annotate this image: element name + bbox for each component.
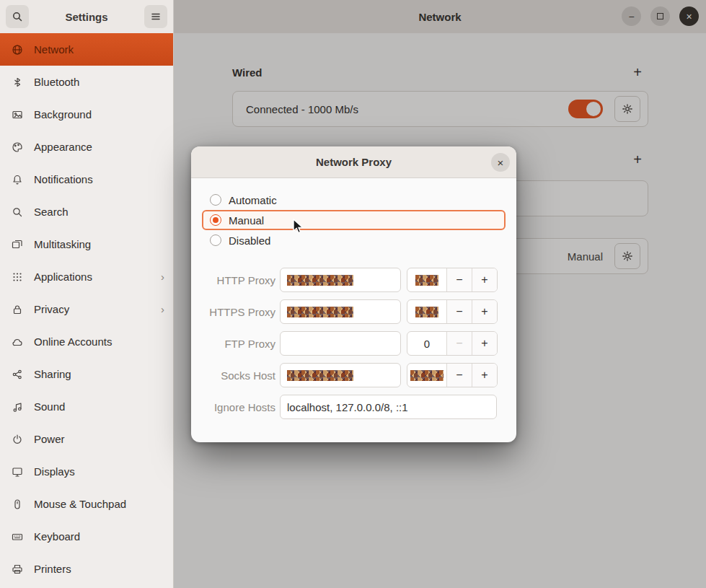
- radio-label: Disabled: [229, 234, 270, 247]
- keyboard-icon: [12, 531, 25, 543]
- sidebar-item-label: Mouse & Touchpad: [34, 498, 126, 510]
- socks-host-row: Socks Host − +: [208, 363, 499, 387]
- app-grid-icon: [12, 271, 25, 283]
- cloud-icon: [12, 336, 25, 348]
- sidebar-header: Settings: [0, 0, 173, 33]
- windows-icon: [12, 239, 25, 250]
- sidebar-item-online-accounts[interactable]: Online Accounts: [0, 325, 173, 358]
- network-proxy-dialog: Network Proxy × Automatic Manual Disable…: [191, 146, 516, 442]
- sidebar-item-sharing[interactable]: Sharing: [0, 358, 173, 390]
- search-icon: [12, 206, 25, 218]
- dialog-header: Network Proxy ×: [191, 146, 516, 178]
- redacted-port-value: [415, 307, 438, 317]
- settings-window: Settings Network Bluetooth: [0, 0, 706, 588]
- sidebar-item-label: Power: [34, 433, 65, 445]
- https-proxy-input[interactable]: [280, 299, 401, 324]
- http-port-minus-button[interactable]: −: [446, 268, 472, 291]
- sidebar-item-search[interactable]: Search: [0, 196, 173, 228]
- sidebar-item-privacy[interactable]: Privacy ›: [0, 293, 173, 325]
- field-label: HTTP Proxy: [208, 274, 275, 286]
- ftp-proxy-input[interactable]: [280, 331, 401, 356]
- chevron-right-icon: ›: [161, 271, 164, 283]
- mouse-icon: [12, 499, 25, 510]
- ignore-hosts-value: localhost, 127.0.0.0/8, ::1: [287, 401, 408, 413]
- sidebar-item-printers[interactable]: Printers: [0, 553, 173, 585]
- ftp-port-plus-button[interactable]: +: [472, 332, 497, 355]
- sidebar-item-label: Appearance: [34, 141, 92, 153]
- sidebar-item-label: Privacy: [34, 303, 69, 315]
- sidebar-item-mouse-touchpad[interactable]: Mouse & Touchpad: [0, 488, 173, 520]
- redacted-host-value: [287, 307, 353, 317]
- sidebar-item-label: Sharing: [34, 368, 71, 380]
- hamburger-icon: [150, 11, 162, 22]
- redacted-port-value: [415, 275, 438, 286]
- radio-label: Manual: [229, 214, 264, 227]
- http-proxy-input[interactable]: [280, 268, 401, 292]
- radio-icon: [210, 234, 221, 246]
- sidebar-item-label: Search: [34, 206, 69, 218]
- sidebar-item-label: Applications: [34, 271, 92, 283]
- ignore-hosts-input[interactable]: localhost, 127.0.0.0/8, ::1: [280, 395, 497, 419]
- sidebar-item-label: Keyboard: [34, 530, 80, 543]
- https-proxy-row: HTTPS Proxy − +: [208, 299, 499, 324]
- radio-row-disabled[interactable]: Disabled: [202, 230, 506, 250]
- sidebar-item-background[interactable]: Background: [0, 98, 173, 131]
- http-port-plus-button[interactable]: +: [472, 268, 497, 291]
- https-port-stepper: − +: [407, 299, 498, 324]
- sidebar-item-displays[interactable]: Displays: [0, 455, 173, 488]
- power-icon: [12, 434, 25, 445]
- https-port-minus-button[interactable]: −: [446, 300, 472, 323]
- search-icon: [12, 11, 23, 22]
- ftp-port-value[interactable]: 0: [407, 332, 446, 355]
- sidebar-list: Network Bluetooth Background Appearance: [0, 33, 173, 585]
- ftp-proxy-row: FTP Proxy 0 − +: [208, 331, 499, 356]
- http-port-stepper: − +: [407, 268, 498, 292]
- socks-port-plus-button[interactable]: +: [472, 364, 497, 387]
- sidebar-item-label: Printers: [34, 563, 71, 575]
- app-title: Settings: [65, 11, 107, 23]
- bell-icon: [12, 174, 25, 185]
- https-port-plus-button[interactable]: +: [472, 300, 497, 323]
- redacted-port-value: [410, 370, 444, 381]
- sidebar-item-appearance[interactable]: Appearance: [0, 131, 173, 163]
- redacted-host-value: [287, 275, 353, 286]
- sidebar-item-notifications[interactable]: Notifications: [0, 163, 173, 196]
- music-note-icon: [12, 401, 25, 413]
- field-label: Ignore Hosts: [208, 401, 275, 413]
- sidebar-item-keyboard[interactable]: Keyboard: [0, 520, 173, 553]
- http-port-value[interactable]: [407, 268, 446, 291]
- sidebar-item-multitasking[interactable]: Multitasking: [0, 228, 173, 260]
- radio-row-manual[interactable]: Manual: [202, 210, 506, 230]
- sidebar-item-bluetooth[interactable]: Bluetooth: [0, 66, 173, 98]
- sidebar-item-label: Displays: [34, 465, 75, 478]
- sidebar: Settings Network Bluetooth: [0, 0, 174, 588]
- sidebar-item-label: Background: [34, 108, 92, 120]
- proxy-mode-group: Automatic Manual Disabled: [202, 190, 506, 250]
- bluetooth-icon: [12, 76, 25, 88]
- socks-host-input[interactable]: [280, 363, 401, 387]
- radio-label: Automatic: [229, 194, 277, 206]
- sidebar-item-applications[interactable]: Applications ›: [0, 260, 173, 293]
- sidebar-item-label: Network: [34, 43, 74, 56]
- sidebar-item-network[interactable]: Network: [0, 33, 173, 66]
- share-icon: [12, 369, 25, 380]
- sidebar-item-power[interactable]: Power: [0, 423, 173, 455]
- dialog-close-button[interactable]: ×: [491, 153, 510, 172]
- appearance-icon: [12, 141, 25, 153]
- sidebar-item-label: Multitasking: [34, 238, 91, 250]
- radio-row-automatic[interactable]: Automatic: [202, 190, 506, 210]
- background-icon: [12, 109, 25, 120]
- sidebar-item-sound[interactable]: Sound: [0, 390, 173, 423]
- socks-port-value[interactable]: [407, 364, 446, 387]
- menu-button[interactable]: [144, 5, 167, 28]
- ftp-port-minus-button[interactable]: −: [446, 332, 472, 355]
- socks-port-stepper: − +: [407, 363, 498, 387]
- sidebar-item-label: Online Accounts: [34, 335, 112, 348]
- network-icon: [12, 44, 25, 56]
- https-port-value[interactable]: [407, 300, 446, 323]
- socks-port-minus-button[interactable]: −: [446, 364, 472, 387]
- monitor-icon: [12, 466, 25, 478]
- chevron-right-icon: ›: [161, 303, 164, 315]
- printer-icon: [12, 563, 25, 575]
- search-button[interactable]: [6, 5, 29, 28]
